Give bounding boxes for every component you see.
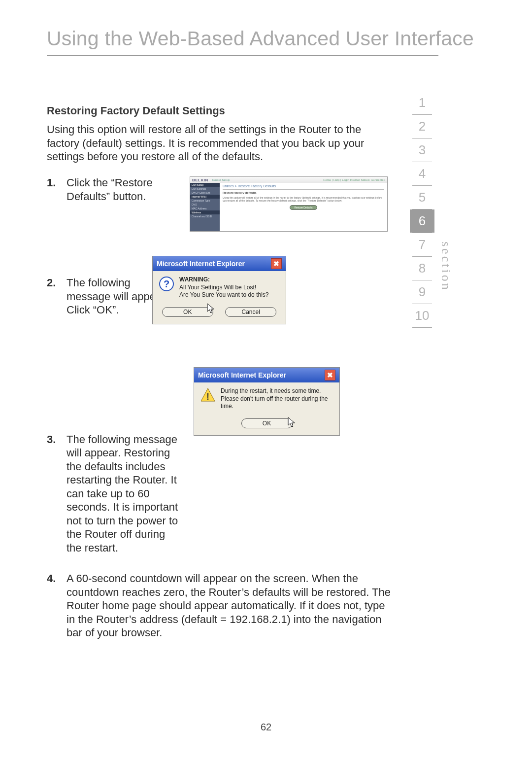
dialog-message-line: During the restart, it needs some time. xyxy=(221,387,333,395)
section-nav-sep xyxy=(412,327,432,328)
step-1-text: Click the “Restore Defaults” button. xyxy=(66,176,165,203)
dialog-message: WARNING: All Your Settings Will be Lost!… xyxy=(179,276,268,299)
step-4: 4. A 60-second countdown will appear on … xyxy=(47,572,441,640)
sidebar-item[interactable]: Wireless xyxy=(190,210,220,214)
section-nav: 1 2 3 4 5 6 7 8 9 10 xyxy=(410,91,434,328)
svg-text:!: ! xyxy=(206,392,209,402)
section-nav-item-2[interactable]: 2 xyxy=(410,115,434,138)
dialog-message-line: Please don't turn off the router during … xyxy=(221,395,333,411)
step-4-text: A 60-second countdown will appear on the… xyxy=(66,572,392,640)
dialog-title: Microsoft Internet Explorer xyxy=(157,260,245,268)
dialog-warning-header: WARNING: xyxy=(179,276,268,284)
screenshot-dialog-restart: Microsoft Internet Explorer ✖ ! During t… xyxy=(194,367,340,436)
dialog-titlebar: Microsoft Internet Explorer ✖ xyxy=(194,368,339,382)
router-header-links[interactable]: Home | Help | Login Internet Status: Con… xyxy=(323,178,385,181)
page-number: 62 xyxy=(0,722,532,733)
cursor-icon xyxy=(207,303,216,314)
section-nav-item-6[interactable]: 6 xyxy=(410,209,434,233)
step-3-number: 3. xyxy=(47,433,66,447)
section-nav-item-1[interactable]: 1 xyxy=(410,91,434,114)
dialog-message: During the restart, it needs some time. … xyxy=(221,387,333,411)
section-label: section xyxy=(438,242,453,292)
divider xyxy=(223,189,384,190)
sidebar-item[interactable]: MAC Address xyxy=(190,207,220,210)
cancel-button[interactable]: Cancel xyxy=(225,307,276,317)
step-3: 3. The following message will appear. Re… xyxy=(47,433,441,555)
router-toolbar-text: Router Setup xyxy=(212,178,230,181)
sidebar-item[interactable]: Connection Type xyxy=(190,199,220,203)
sidebar-item[interactable]: LAN Setup xyxy=(190,183,220,187)
ok-button[interactable]: OK xyxy=(241,418,293,428)
step-4-number: 4. xyxy=(47,572,66,586)
sidebar-item[interactable]: DNS xyxy=(190,203,220,207)
router-breadcrumb: Utilities > Restore Factory Defaults xyxy=(223,184,384,188)
router-main: Utilities > Restore Factory Defaults Res… xyxy=(220,183,387,231)
close-button[interactable]: ✖ xyxy=(325,370,335,380)
router-brand: BELKIN xyxy=(192,178,208,182)
screenshot-router-admin: BELKIN Router Setup Home | Help | Login … xyxy=(190,176,388,232)
sidebar-item[interactable]: LAN Settings xyxy=(190,187,220,191)
sidebar-item[interactable]: Channel and SSID xyxy=(190,214,220,218)
page-title: Using the Web-Based Advanced User Interf… xyxy=(47,27,474,50)
question-icon: ? xyxy=(159,276,174,292)
title-underline xyxy=(47,55,438,56)
dialog-message-line: Are You Sure You want to do this? xyxy=(179,291,268,299)
dialog-titlebar: Microsoft Internet Explorer ✖ xyxy=(153,256,286,271)
sidebar-item[interactable]: Internet WAN xyxy=(190,195,220,199)
router-paragraph: Using this option will restore all of th… xyxy=(223,196,384,202)
section-nav-item-9[interactable]: 9 xyxy=(410,280,434,304)
section-nav-item-8[interactable]: 8 xyxy=(410,257,434,280)
section-heading: Restoring Factory Default Settings xyxy=(47,104,225,117)
step-2-number: 2. xyxy=(47,276,66,290)
intro-paragraph: Using this option will restore all of th… xyxy=(47,123,382,164)
router-section-title: Restore factory defaults xyxy=(223,191,384,194)
router-sidebar: LAN Setup LAN Settings DHCP Client List … xyxy=(190,183,220,231)
section-nav-item-3[interactable]: 3 xyxy=(410,138,434,162)
screenshot-dialog-warning: Microsoft Internet Explorer ✖ ? WARNING:… xyxy=(152,256,286,324)
ok-button[interactable]: OK xyxy=(162,307,213,317)
section-nav-item-10[interactable]: 10 xyxy=(410,304,434,327)
cursor-icon xyxy=(288,417,297,428)
dialog-title: Microsoft Internet Explorer xyxy=(198,371,286,379)
alert-icon: ! xyxy=(200,387,216,403)
sidebar-item[interactable]: DHCP Client List xyxy=(190,191,220,195)
close-button[interactable]: ✖ xyxy=(271,258,282,269)
section-nav-item-5[interactable]: 5 xyxy=(410,186,434,209)
section-nav-item-4[interactable]: 4 xyxy=(410,162,434,185)
dialog-message-line: All Your Settings Will be Lost! xyxy=(179,284,268,292)
svg-text:?: ? xyxy=(164,278,169,289)
step-3-text: The following message will appear. Resto… xyxy=(66,433,180,555)
section-nav-item-7[interactable]: 7 xyxy=(410,233,434,256)
restore-defaults-button[interactable]: Restore Defaults xyxy=(290,205,317,210)
step-1-number: 1. xyxy=(47,176,66,190)
